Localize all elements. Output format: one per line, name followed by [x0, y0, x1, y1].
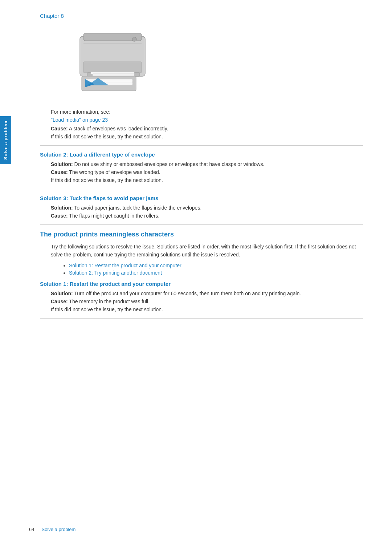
solution3-cause: Cause: The flaps might get caught in the… [51, 213, 363, 219]
printer-illustration [62, 25, 156, 102]
svg-rect-2 [83, 62, 142, 73]
solution1-restart-heading: Solution 1: Restart the product and your… [40, 281, 363, 287]
solutions-list: Solution 1: Restart the product and your… [69, 263, 363, 276]
main-section-body: Try the following solutions to resolve t… [51, 243, 363, 276]
footer-page-number: 64 [29, 527, 34, 532]
cause1-text: Cause: A stack of envelopes was loaded i… [51, 126, 363, 131]
divider-1 [40, 145, 363, 146]
svg-rect-7 [85, 79, 132, 82]
solution1-restart-next: If this did not solve the issue, try the… [51, 307, 363, 312]
for-more-info-text: For more information, see: [51, 109, 363, 115]
footer-section-label: Solve a problem [41, 527, 75, 532]
solution2-body: Solution: Do not use shiny or embossed e… [51, 161, 363, 183]
main-meaningless-section: The product prints meaningless character… [40, 231, 363, 276]
solution2-next: If this did not solve the issue, try the… [51, 177, 363, 183]
solution3-section: Solution 3: Tuck the flaps to avoid pape… [40, 195, 363, 219]
side-tab: Solve a problem [0, 116, 11, 164]
divider-4 [40, 318, 363, 319]
solution2-section: Solution 2: Load a different type of env… [40, 151, 363, 183]
solution1-restart-body: Solution: Turn off the product and your … [51, 291, 363, 312]
for-more-info-block: For more information, see: "Load media" … [51, 109, 363, 123]
list-item: Solution 1: Restart the product and your… [69, 263, 363, 268]
side-tab-label: Solve a problem [3, 121, 8, 160]
solution2-heading: Solution 2: Load a different type of env… [40, 151, 363, 158]
svg-point-11 [132, 37, 136, 41]
cause1-block: Cause: A stack of envelopes was loaded i… [51, 126, 363, 139]
solution1-restart-link[interactable]: Solution 1: Restart the product and your… [69, 263, 181, 268]
divider-3 [40, 224, 363, 225]
next-solution1-text: If this did not solve the issue, try the… [51, 134, 363, 139]
solution3-heading: Solution 3: Tuck the flaps to avoid pape… [40, 195, 363, 201]
intro-text: Try the following solutions to resolve t… [51, 243, 363, 259]
solution1-restart-cause: Cause: The memory in the product was ful… [51, 299, 363, 304]
load-media-link[interactable]: "Load media" on page 23 [51, 117, 108, 123]
solution1-restart-section: Solution 1: Restart the product and your… [40, 281, 363, 312]
solution2-try-printing-link[interactable]: Solution 2: Try printing another documen… [69, 270, 162, 276]
page-wrapper: Solve a problem Chapter 8 [0, 0, 392, 543]
list-item: Solution 2: Try printing another documen… [69, 270, 363, 276]
printer-image-area [62, 25, 363, 102]
chapter-label: Chapter 8 [40, 13, 363, 19]
solution3-text: Solution: To avoid paper jams, tuck the … [51, 205, 363, 211]
solution3-body: Solution: To avoid paper jams, tuck the … [51, 205, 363, 219]
solution2-cause: Cause: The wrong type of envelope was lo… [51, 169, 363, 175]
divider-2 [40, 189, 363, 189]
solution2-text: Solution: Do not use shiny or embossed e… [51, 161, 363, 167]
footer: 64 Solve a problem [0, 527, 392, 532]
main-heading: The product prints meaningless character… [40, 231, 363, 238]
svg-rect-5 [93, 74, 134, 76]
solution1-restart-text: Solution: Turn off the product and your … [51, 291, 363, 296]
